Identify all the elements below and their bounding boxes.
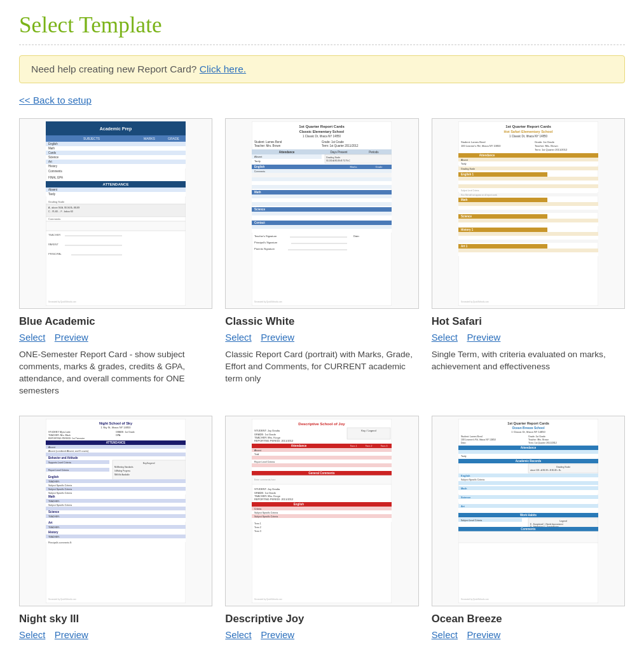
svg-rect-186 <box>46 514 186 518</box>
template-card-ocean-breeze: 1st Quarter Report Cards Ocean Breeze Sc… <box>432 416 625 646</box>
svg-text:Term 1: Term 1 <box>254 522 261 525</box>
svg-rect-263 <box>556 450 577 454</box>
svg-rect-58 <box>252 159 322 163</box>
svg-text:Art: Art <box>48 160 53 163</box>
svg-text:Math: Math <box>48 495 55 498</box>
svg-text:Generated by QuickSchools.com: Generated by QuickSchools.com <box>461 301 489 303</box>
svg-text:Comments: Comments <box>48 170 63 173</box>
svg-text:Absent: Absent <box>254 155 263 158</box>
svg-rect-77 <box>252 194 392 198</box>
template-actions-hot-safari: Select Preview <box>432 332 625 343</box>
svg-text:Criteria: Criteria <box>254 508 261 510</box>
divider <box>19 44 625 45</box>
svg-text:Teacher's Signature: Teacher's Signature <box>254 235 277 238</box>
svg-text:Hot Safari Elementary School: Hot Safari Elementary School <box>504 130 552 133</box>
svg-text:TEACHER:: TEACHER: <box>48 481 60 483</box>
svg-text:Science: Science <box>254 208 266 211</box>
template-card-night-sky-iii: Night School of Sky 1 Sky St, Ithaca NY … <box>19 416 212 646</box>
svg-rect-19 <box>46 164 186 168</box>
svg-text:TEACHER:: TEACHER: <box>48 536 60 538</box>
svg-text:Marks: Marks <box>350 165 357 168</box>
svg-rect-136 <box>458 232 598 236</box>
preview-button-classic-white[interactable]: Preview <box>261 332 294 343</box>
svg-rect-75 <box>252 190 392 194</box>
svg-text:History: History <box>48 531 58 534</box>
svg-text:Attendance: Attendance <box>279 151 295 154</box>
template-name-blue-academic: Blue Academic <box>19 315 212 328</box>
svg-text:Enter comments here: Enter comments here <box>254 479 276 481</box>
svg-rect-276 <box>458 481 598 485</box>
svg-rect-277 <box>458 486 598 490</box>
svg-text:English 1: English 1 <box>461 173 474 176</box>
select-button-descriptive-joy[interactable]: Select <box>225 630 251 640</box>
svg-rect-242 <box>252 518 392 522</box>
svg-rect-234 <box>361 502 376 507</box>
svg-text:STUDENT: Joy Gradia: STUDENT: Joy Gradia <box>254 487 280 491</box>
svg-text:Grading Scale: Grading Scale <box>461 168 475 170</box>
template-preview-blue-academic: Academic Prep SUBJECTS MARKS GRADE Engli… <box>19 118 212 309</box>
svg-rect-279 <box>458 490 598 494</box>
svg-text:Math: Math <box>254 191 261 194</box>
svg-text:Academic Records: Academic Records <box>516 460 542 463</box>
svg-rect-96 <box>458 121 598 306</box>
svg-text:Science: Science <box>461 496 471 499</box>
preview-button-night-sky-iii[interactable]: Preview <box>55 630 88 640</box>
svg-rect-133 <box>458 222 598 226</box>
svg-rect-129 <box>458 210 598 213</box>
svg-rect-120 <box>458 184 598 188</box>
svg-text:Term: 1st Quarter 2011/2012: Term: 1st Quarter 2011/2012 <box>528 442 557 444</box>
svg-rect-218 <box>252 456 392 460</box>
help-link[interactable]: Click here. <box>200 64 246 74</box>
svg-text:FINAL GPA: FINAL GPA <box>48 176 63 179</box>
svg-text:Science: Science <box>48 510 60 514</box>
svg-text:C - 76-80   ...   F - below 60: C - 76-80 ... F - below 60 <box>48 210 73 213</box>
template-desc-blue-academic: ONE-Semester Report Card - show subject … <box>19 348 212 397</box>
svg-rect-86 <box>252 225 392 229</box>
svg-text:Attendance: Attendance <box>521 446 537 449</box>
svg-rect-69 <box>252 169 392 173</box>
select-button-night-sky-iii[interactable]: Select <box>19 630 45 640</box>
svg-text:Subject Specific Criteria: Subject Specific Criteria <box>48 488 72 491</box>
svg-text:NM=Not Available: NM=Not Available <box>114 474 130 476</box>
svg-rect-233 <box>346 502 361 507</box>
svg-rect-137 <box>458 236 598 240</box>
svg-text:Generated by QuickSchools.com: Generated by QuickSchools.com <box>254 598 282 601</box>
svg-text:A - above 94   A- 90-94   B+ 8: A - above 94 A- 90-94 B+ 88-89 <box>48 207 79 209</box>
svg-text:REPORTING PERIOD: 2011/2012: REPORTING PERIOD: 2011/2012 <box>254 498 294 501</box>
svg-text:Art 1: Art 1 <box>461 245 468 248</box>
svg-text:ATTENDANCE: ATTENDANCE <box>103 182 129 186</box>
back-link[interactable]: << Back to setup <box>19 95 92 106</box>
svg-text:Key/Legend: Key/Legend <box>143 462 155 465</box>
preview-button-descriptive-joy[interactable]: Preview <box>261 630 294 640</box>
svg-text:History 1: History 1 <box>461 228 474 231</box>
svg-rect-188 <box>46 518 186 522</box>
svg-text:Cards: Cards <box>48 151 57 154</box>
svg-text:Total: Total <box>254 453 259 456</box>
svg-rect-171 <box>46 479 186 483</box>
template-actions-ocean-breeze: Select Preview <box>432 629 625 641</box>
preview-button-hot-safari[interactable]: Preview <box>467 332 500 343</box>
svg-text:Report Level Criteria: Report Level Criteria <box>254 461 275 463</box>
select-button-ocean-breeze[interactable]: Select <box>432 630 458 640</box>
svg-text:Subject Specific Criteria: Subject Specific Criteria <box>254 512 278 514</box>
select-button-classic-white[interactable]: Select <box>225 332 251 343</box>
svg-rect-56 <box>252 154 322 159</box>
template-actions-night-sky-iii: Select Preview <box>19 629 212 641</box>
svg-text:Generated by QuickSchools.com: Generated by QuickSchools.com <box>254 301 282 303</box>
svg-text:GPA:: GPA: <box>116 434 121 437</box>
template-name-night-sky-iii: Night sky III <box>19 613 212 625</box>
svg-text:Grading Scale: Grading Scale <box>556 466 570 468</box>
svg-text:English: English <box>48 142 58 146</box>
select-button-blue-academic[interactable]: Select <box>19 332 45 343</box>
svg-text:Subject Level Criteria: Subject Level Criteria <box>461 189 479 192</box>
svg-text:TEACHER:: TEACHER: <box>48 515 60 518</box>
preview-button-blue-academic[interactable]: Preview <box>55 332 88 343</box>
svg-rect-260 <box>493 450 514 454</box>
select-button-hot-safari[interactable]: Select <box>432 332 458 343</box>
preview-button-ocean-breeze[interactable]: Preview <box>467 630 500 640</box>
svg-rect-139 <box>458 244 547 249</box>
svg-text:GRADE: 1st Grade: GRADE: 1st Grade <box>116 431 135 433</box>
svg-text:ATTENDANCE: ATTENDANCE <box>106 441 126 444</box>
svg-text:Term 2: Term 2 <box>366 445 373 447</box>
svg-text:Key / Legend: Key / Legend <box>362 429 377 432</box>
